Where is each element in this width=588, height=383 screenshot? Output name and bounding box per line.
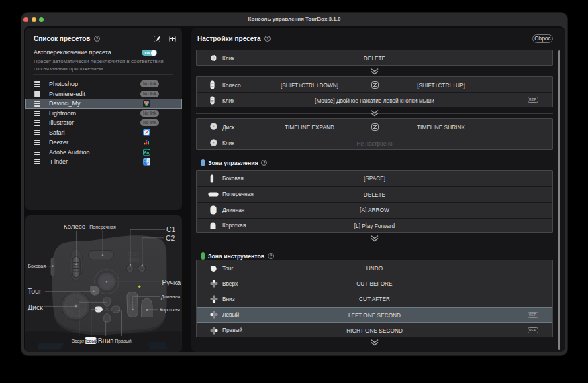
svg-text:Поперечная: Поперечная	[89, 225, 116, 230]
svg-text:Колесо: Колесо	[64, 223, 86, 230]
svg-text:Короткая: Короткая	[160, 307, 180, 313]
svg-text:Вверх: Вверх	[72, 339, 85, 344]
svg-text:Правый: Правый	[115, 339, 132, 344]
svg-text:Диск: Диск	[28, 303, 43, 311]
svg-text:Tour: Tour	[28, 287, 42, 295]
svg-text:Левый: Левый	[83, 339, 97, 343]
svg-text:C1: C1	[166, 225, 176, 233]
svg-text:Вниз: Вниз	[98, 337, 114, 345]
svg-text:Ручка: Ручка	[162, 279, 181, 286]
svg-text:Боковая: Боковая	[28, 264, 46, 268]
svg-text:Длинная: Длинная	[161, 294, 180, 300]
svg-text:C2: C2	[166, 234, 175, 242]
